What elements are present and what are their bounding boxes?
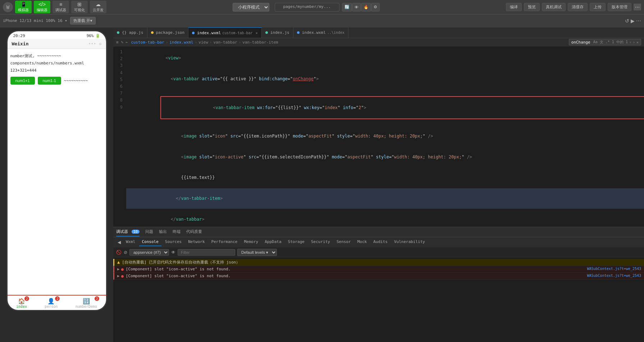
- console-clear-btn[interactable]: 🚫: [116, 250, 122, 255]
- cloud-btn[interactable]: ☁ 云开发: [90, 1, 106, 13]
- settings-icon-btn[interactable]: ⚙: [371, 3, 380, 12]
- preview-btn2[interactable]: 预览: [524, 3, 540, 11]
- bottom-panel: 调试器 10 问题 输出 终端 代码质量 ◀ Wxml Console Sour…: [113, 227, 644, 342]
- nav-dot-icon: •••: [88, 41, 96, 46]
- path-display: pages/mynumber/my...: [275, 3, 339, 12]
- find-next[interactable]: ›: [633, 40, 635, 44]
- tab-index-wxml2[interactable]: index.wxml ..\index: [293, 27, 348, 38]
- breadcrumb: ≡ ✎ ← custom-tab-bar › index.wxml › view…: [113, 38, 644, 46]
- tab-person[interactable]: 2 👤 person: [45, 298, 58, 309]
- editor-tabs: {} app.js package.json index.wxml custom…: [113, 27, 644, 38]
- tab-index-label: index: [16, 305, 27, 309]
- console-eye-btn[interactable]: 👁: [171, 250, 175, 255]
- bottom-tab-output[interactable]: 输出: [159, 228, 167, 237]
- tab-badge-person: 2: [55, 296, 60, 301]
- service-selector[interactable]: appservice (#7): [129, 249, 169, 256]
- num1-plus-btn[interactable]: num1+1: [10, 77, 35, 85]
- find-input[interactable]: onChange: [571, 40, 590, 45]
- bottom-tab-terminal[interactable]: 终端: [173, 228, 181, 237]
- clear-cache-btn[interactable]: 清缓存: [568, 3, 588, 11]
- phone-content: number测试, ~~~~~~~~~~ components/numbers/…: [8, 49, 106, 295]
- tab-person-icon: 👤: [47, 298, 55, 305]
- bottom-tab-issues[interactable]: 问题: [145, 228, 153, 237]
- compile-btn[interactable]: 编译: [506, 3, 522, 11]
- dot-package-json: [151, 31, 154, 34]
- hotreload-icon-btn[interactable]: 🔥: [361, 3, 371, 12]
- find-options: Aa 文 .* 1 中的 1: [593, 40, 628, 45]
- preview-btn[interactable]: 👁: [352, 3, 361, 12]
- devtools-tab-sources[interactable]: Sources: [162, 238, 184, 246]
- devtools-tab-mock[interactable]: Mock: [355, 238, 370, 246]
- find-prev[interactable]: ‹: [629, 40, 631, 44]
- console-line-warn: ▲ [自动热重载] 已开启代码文件保存后自动热重载（不支持 json）: [113, 259, 644, 266]
- devtools-tab-memory[interactable]: Memory: [241, 238, 261, 246]
- tab-number-label: numberDemo: [76, 305, 97, 309]
- devtools-left-arrow[interactable]: ◀: [116, 239, 122, 246]
- code-editor[interactable]: 1 2 3 4 5 6 7 8 9 <view>: [113, 46, 644, 227]
- back-btn[interactable]: ↺: [625, 18, 629, 24]
- console-filter-btn[interactable]: ⊘: [124, 250, 127, 255]
- num-buttons: num1+1 num1-1 ~~~~~~~~~~: [10, 77, 103, 85]
- tab-index[interactable]: 2 🏠 index: [16, 298, 27, 309]
- devtools-tab-vulnerability[interactable]: Vulnerability: [391, 238, 428, 246]
- code-icon: </>: [38, 1, 46, 7]
- bottom-tab-debugger[interactable]: 调试器 10: [116, 228, 140, 237]
- battery-label: 96%: [87, 33, 94, 38]
- visual-btn[interactable]: ⊞ 可视化: [71, 1, 88, 13]
- real-debug-btn[interactable]: 真机调试: [542, 3, 566, 11]
- app-title: Weixin: [12, 41, 29, 46]
- tab-numberdemo[interactable]: 2 🔢 numberDemo: [76, 298, 97, 309]
- console-line-error-1: ▶ ● [Component] slot "icon-active" is no…: [113, 266, 644, 273]
- devtools-tabs: ◀ Wxml Console Sources Network Performan…: [113, 237, 644, 247]
- upload-btn[interactable]: 上传: [590, 3, 606, 11]
- tab-index-wxml[interactable]: index.wxml custom-tab-bar ✕: [188, 27, 262, 38]
- bottom-tab-quality[interactable]: 代码质量: [186, 228, 202, 237]
- find-bar: onChange Aa 文 .* 1 中的 1 ‹ › ✕: [569, 39, 641, 45]
- content-text: number测试, ~~~~~~~~~~ components/numbers/…: [10, 53, 103, 74]
- devtools-tab-wxml[interactable]: Wxml: [123, 238, 138, 246]
- dot-app-js: [117, 31, 119, 34]
- devtools-tab-console[interactable]: Console: [139, 238, 161, 246]
- devtools-tab-sensor[interactable]: Sensor: [334, 238, 354, 246]
- close-index-wxml[interactable]: ✕: [256, 31, 258, 35]
- hotreload-btn[interactable]: 热重载 开▾: [70, 17, 96, 24]
- code-line-1: <view>: [126, 48, 644, 69]
- tab-package-json[interactable]: package.json: [147, 27, 188, 38]
- more-btn-right[interactable]: ⋯: [634, 4, 641, 10]
- expand-arrow-1[interactable]: ▶: [117, 267, 120, 271]
- code-line-7: </van-tabbar-item>: [126, 188, 644, 209]
- console-source-2[interactable]: WASubContext.js?t=we_2543: [587, 274, 641, 278]
- find-close[interactable]: ✕: [636, 40, 639, 44]
- second-toolbar: iPhone 12/13 mini 100% 16 ▾ 热重载 开▾ ↺ ▶ ⋯: [0, 14, 644, 27]
- more-btn[interactable]: ⋯: [636, 18, 641, 24]
- devtools-tab-security[interactable]: Security: [308, 238, 333, 246]
- tab-app-js[interactable]: {} app.js: [113, 27, 147, 38]
- console-line-error-2: ▶ ● [Component] slot "icon-active" is no…: [113, 273, 644, 280]
- console-filter-input[interactable]: [178, 249, 235, 256]
- code-line-4: <image slot="icon" src="{{item.iconPath}…: [126, 126, 644, 147]
- second-right: ↺ ▶ ⋯: [625, 18, 641, 24]
- editor-panel: {} app.js package.json index.wxml custom…: [113, 27, 644, 227]
- devtools-tab-performance[interactable]: Performance: [209, 238, 241, 246]
- console-source-1[interactable]: WASubContext.js?t=we_2543: [587, 267, 641, 271]
- debugger-btn[interactable]: ≡ 调试器: [52, 1, 69, 13]
- refresh-btn[interactable]: 🔄: [342, 3, 352, 12]
- version-btn[interactable]: 版本管理: [608, 3, 631, 11]
- tab-index-js[interactable]: index.js: [262, 27, 293, 38]
- error-icon-1: ●: [121, 267, 124, 272]
- editor-btn[interactable]: </> 编辑器: [34, 1, 50, 13]
- level-select[interactable]: Default levels ▾: [237, 249, 277, 256]
- device-label: iPhone 12/13 mini 100% 16 ▾: [3, 18, 67, 23]
- devtools-tab-storage[interactable]: Storage: [285, 238, 307, 246]
- toolbar-right: 编译 预览 真机调试 清缓存 上传 版本管理 ⋯: [506, 3, 641, 11]
- mode-selector[interactable]: 小程序模式: [233, 3, 269, 12]
- expand-arrow-2[interactable]: ▶: [117, 274, 120, 278]
- forward-btn[interactable]: ▶: [631, 18, 635, 24]
- devtools-tab-network[interactable]: Network: [185, 238, 207, 246]
- num1-minus-btn[interactable]: num1-1: [38, 77, 61, 85]
- cloud-icon: ☁: [96, 1, 101, 7]
- simulator-btn[interactable]: 📱 模拟器: [15, 1, 32, 13]
- console-output: ▲ [自动热重载] 已开启代码文件保存后自动热重载（不支持 json） ▶ ● …: [113, 257, 644, 342]
- devtools-tab-audits[interactable]: Audits: [370, 238, 390, 246]
- devtools-tab-appdata[interactable]: AppData: [262, 238, 284, 246]
